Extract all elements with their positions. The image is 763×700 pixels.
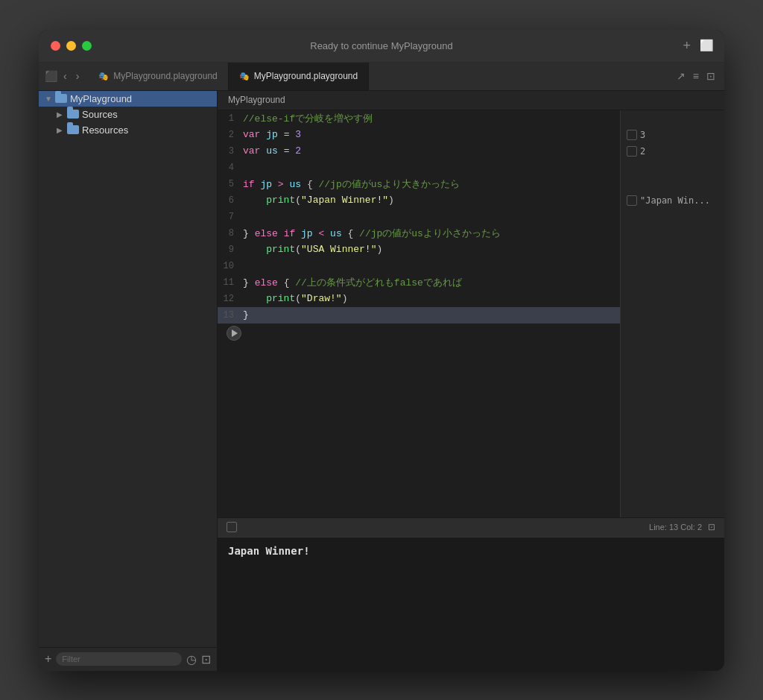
code-line-11: 11 } else { //上の条件式がどれもfalseであれば [218,274,620,291]
sidebar-root-item[interactable]: ▼ MyPlayground [39,91,217,107]
filter-pill[interactable]: Filter [56,652,182,666]
line-content-6: print("Japan Winner!") [243,195,620,206]
code-line-5: 5 if jp > us { //jpの値がusより大きかったら [218,176,620,192]
tabbar: ⬛ ‹ › 🎭 MyPlayground.playground 🎭 MyPlay… [39,63,724,91]
titlebar: Ready to continue MyPlayground + ⬜ [39,30,724,63]
nav-back-icon[interactable]: ‹ [60,69,70,83]
result-value-3: 2 [640,146,645,157]
code-line-7: 7 [218,209,620,225]
sidebar-footer-right: ◷ ⊡ [186,652,211,666]
result-item-2: 3 [621,127,724,143]
line-content-9: print("USA Winner!") [243,244,620,255]
sources-chevron-icon: ▶ [57,110,64,119]
main-content: ▼ MyPlayground ▶ Sources ▶ Resources + F… [39,91,724,671]
result-box-2 [627,130,637,140]
result-empty-5 [621,176,724,192]
code-line-9: 9 print("USA Winner!") [218,242,620,258]
close-button[interactable] [51,41,60,51]
line-num-4: 4 [218,163,243,173]
line-content-13: } [243,309,620,321]
console-output: Japan Winner! [218,537,724,671]
sidebar-toggle-icon[interactable]: ⬛ [45,70,57,82]
code-line-13: 13 } [218,307,620,324]
result-item-3: 2 [621,143,724,160]
split-icon[interactable]: ⊡ [706,70,715,82]
minimize-button[interactable] [66,41,76,51]
line-content-1: //else-ifで分岐を増やす例 [243,112,620,125]
lines-icon[interactable]: ≡ [693,70,699,82]
editor-main: 1 //else-ifで分岐を増やす例 2 var jp = 3 3 var u… [218,110,724,517]
line-content-3: var us = 2 [243,145,620,157]
result-value-2: 3 [640,130,645,140]
result-item-6: "Japan Win... [621,192,724,209]
root-chevron-icon: ▼ [45,95,52,103]
status-checkbox[interactable] [227,522,237,532]
filter-label: Filter [62,655,80,663]
resources-chevron-icon: ▶ [57,126,64,134]
main-window: Ready to continue MyPlayground + ⬜ ⬛ ‹ ›… [39,30,724,671]
traffic-lights [39,41,92,51]
line-num-9: 9 [218,245,243,255]
sidebar-empty-space [39,138,217,647]
nav-forward-icon[interactable]: › [73,69,83,83]
sidebar-layout-icon[interactable]: ⬜ [700,39,714,52]
code-line-8: 8 } else if jp < us { //jpの値がusより小さかったら [218,225,620,242]
code-line-1: 1 //else-ifで分岐を増やす例 [218,110,620,127]
tabbar-right: ↗ ≡ ⊡ [677,70,724,82]
clock-icon[interactable]: ◷ [186,652,197,666]
code-line-2: 2 var jp = 3 [218,127,620,143]
line-num-11: 11 [218,277,243,288]
sidebar-item-sources[interactable]: ▶ Sources [39,107,217,122]
code-line-10: 10 [218,258,620,274]
root-folder-icon [55,94,67,103]
tabbar-left: ⬛ ‹ › [39,69,88,83]
tab-area: 🎭 MyPlayground.playground 🎭 MyPlayground… [88,63,369,90]
add-icon[interactable]: + [683,38,691,54]
console-area: Japan Winner! [218,537,724,671]
line-content-5: if jp > us { //jpの値がusより大きかったら [243,177,620,191]
result-box-3 [627,146,637,157]
code-line-3: 3 var us = 2 [218,143,620,160]
status-position: Line: 13 Col: 2 [649,523,702,532]
run-button[interactable] [227,326,241,341]
line-num-13: 13 [218,310,243,321]
result-value-6: "Japan Win... [640,195,710,206]
sidebar-sources-label: Sources [82,109,118,120]
statusbar: Line: 13 Col: 2 ⊡ [218,517,724,537]
run-line [218,325,620,341]
tab-2[interactable]: 🎭 MyPlayground.playground [229,63,369,90]
run-icon [232,329,238,337]
line-num-10: 10 [218,261,243,271]
add-item-button[interactable]: + [45,652,51,666]
line-content-8: } else if jp < us { //jpの値がusより小さかったら [243,227,620,240]
info-icon[interactable]: ⊡ [201,652,211,666]
line-num-12: 12 [218,294,243,304]
line-content-2: var jp = 3 [243,129,620,140]
share-icon[interactable]: ↗ [677,70,686,82]
code-editor[interactable]: 1 //else-ifで分岐を増やす例 2 var jp = 3 3 var u… [218,110,620,517]
sidebar-item-resources[interactable]: ▶ Resources [39,122,217,138]
line-num-1: 1 [218,113,243,124]
tab-1[interactable]: 🎭 MyPlayground.playground [88,63,228,90]
line-num-5: 5 [218,179,243,189]
line-num-7: 7 [218,212,243,222]
line-content-11: } else { //上の条件式がどれもfalseであれば [243,276,620,289]
line-content-12: print("Draw!") [243,293,620,304]
tab1-icon: 🎭 [98,72,109,81]
sidebar-resources-label: Resources [82,124,128,136]
maximize-button[interactable] [82,41,92,51]
line-num-6: 6 [218,195,243,206]
code-line-12: 12 print("Draw!") [218,291,620,307]
result-empty-4 [621,160,724,176]
status-icon[interactable]: ⊡ [708,522,715,532]
line-num-3: 3 [218,146,243,157]
code-line-4: 4 [218,160,620,176]
code-line-6: 6 print("Japan Winner!") [218,192,620,209]
sidebar-footer: + Filter ◷ ⊡ [39,647,217,671]
line-num-8: 8 [218,228,243,239]
sidebar: ▼ MyPlayground ▶ Sources ▶ Resources + F… [39,91,218,671]
tab2-label: MyPlayground.playground [254,71,358,81]
sidebar-root-label: MyPlayground [70,93,132,104]
window-title: Ready to continue MyPlayground [310,40,453,51]
resources-folder-icon [67,125,79,134]
